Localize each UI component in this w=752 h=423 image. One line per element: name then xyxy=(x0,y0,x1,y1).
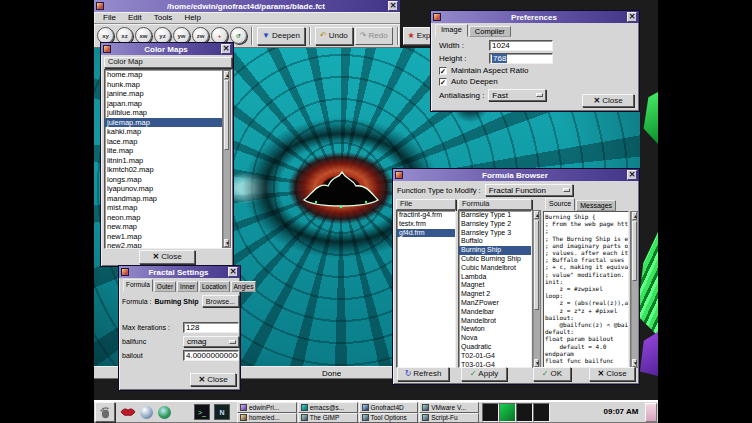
formula-list-item[interactable]: Mandelbrot xyxy=(459,317,531,326)
close-icon[interactable]: ✕ xyxy=(627,170,637,180)
lips-applet[interactable] xyxy=(118,402,138,422)
colormap-list-item[interactable]: neon.map xyxy=(105,213,231,223)
task-button[interactable]: home/ed... xyxy=(237,413,297,423)
settings-titlebar[interactable]: Fractal Settings ✕ xyxy=(119,266,240,278)
formula-list-item[interactable]: Mandelbar xyxy=(459,308,531,317)
settings-tab[interactable]: Angles xyxy=(231,281,257,292)
colormap-list-item[interactable]: juliblue.map xyxy=(105,108,231,118)
menu-item[interactable]: File xyxy=(98,12,121,23)
deepen-button[interactable]: ▼ Deepen xyxy=(257,27,305,45)
task-button[interactable]: Script-Fu xyxy=(419,413,479,423)
close-button[interactable]: ✕ Close xyxy=(589,367,635,381)
ok-button[interactable]: ✓ OK xyxy=(533,367,571,381)
close-button[interactable]: ✕ Close xyxy=(139,250,195,264)
task-button[interactable]: emacs@s... xyxy=(298,402,358,413)
window-menu-icon[interactable] xyxy=(121,268,129,276)
scrollbar-thumb[interactable] xyxy=(534,220,539,310)
formula-list-item[interactable]: Newton xyxy=(459,325,531,334)
maintain-aspect-checkbox[interactable]: ✓ xyxy=(439,67,447,75)
gnome-menu-button[interactable] xyxy=(95,402,115,422)
colormap-list-item[interactable]: mist.map xyxy=(105,203,231,213)
source-tab[interactable]: Messages xyxy=(576,200,616,211)
preferences-tab[interactable]: Image xyxy=(435,24,468,37)
colormap-list-item[interactable]: japan.map xyxy=(105,99,231,109)
colormap-list-item[interactable]: kahki.map xyxy=(105,127,231,137)
formula-list-item[interactable]: Quadratic xyxy=(459,343,531,352)
panel-hide-button[interactable] xyxy=(645,403,657,422)
settings-tab[interactable]: Location xyxy=(199,281,230,292)
globe-icon[interactable] xyxy=(154,402,174,422)
formula-list-item[interactable]: ManZPower xyxy=(459,299,531,308)
file-list-item[interactable]: fractint-g4.frm xyxy=(397,211,455,220)
close-icon[interactable]: ✕ xyxy=(221,44,231,54)
settings-tab[interactable]: Inner xyxy=(177,281,198,292)
task-button[interactable]: edwinPri... xyxy=(237,402,297,413)
formula-list-item[interactable]: Cubic Mandelbrot xyxy=(459,264,531,273)
settings-tab[interactable]: Formula xyxy=(123,279,153,292)
formula-browser-titlebar[interactable]: Formula Browser ✕ xyxy=(393,169,639,181)
colormap-list-item[interactable]: new.map xyxy=(105,222,231,232)
formula-list-item[interactable]: Barnsley Type 3 xyxy=(459,229,531,238)
scrollbar-thumb[interactable] xyxy=(632,221,637,281)
formula-list-item[interactable]: Cubic Burning Ship xyxy=(459,255,531,264)
refresh-button[interactable]: ↻ Refresh xyxy=(397,367,449,381)
max-iterations-field[interactable]: 128 xyxy=(183,322,239,333)
task-button[interactable]: Tool Options xyxy=(359,413,419,423)
formula-scrollbar[interactable]: ▲ ▼ xyxy=(532,210,541,368)
close-icon[interactable]: ✕ xyxy=(228,267,238,277)
colormap-list-item[interactable]: lyapunov.map xyxy=(105,184,231,194)
undo-button[interactable]: ↶ Undo xyxy=(315,27,353,45)
main-window-titlebar[interactable]: /home/edwin/gnofract4d/params/blade.fct … xyxy=(94,0,400,12)
colormap-list-item[interactable]: lite.map xyxy=(105,146,231,156)
scroll-down-icon[interactable]: ▼ xyxy=(224,239,229,247)
file-list-item[interactable]: gf4d.frm xyxy=(397,229,455,238)
file-column-header[interactable]: File xyxy=(396,199,456,210)
antialias-dropdown[interactable]: Fast xyxy=(488,89,546,101)
preferences-titlebar[interactable]: Preferences ✕ xyxy=(431,11,639,23)
menu-item[interactable]: Tools xyxy=(149,12,178,23)
pager-cell-active[interactable] xyxy=(499,403,516,422)
colormap-list-item[interactable]: lace.map xyxy=(105,137,231,147)
colormap-list-item[interactable]: lkmtch02.map xyxy=(105,165,231,175)
formula-column-header[interactable]: Formula xyxy=(458,199,532,210)
menu-item[interactable]: Edit xyxy=(123,12,147,23)
window-menu-icon[interactable] xyxy=(96,2,104,10)
colormap-list-item[interactable]: new1.map xyxy=(105,232,231,242)
task-button[interactable]: The GIMP xyxy=(298,413,358,423)
scroll-up-icon[interactable]: ▲ xyxy=(224,71,229,79)
close-icon[interactable]: ✕ xyxy=(388,1,398,11)
formula-list-item[interactable]: Magnet 2 xyxy=(459,290,531,299)
auto-deepen-checkbox[interactable]: ✓ xyxy=(439,78,447,86)
redo-button[interactable]: ↷ Redo xyxy=(355,27,393,45)
menu-item[interactable]: Help xyxy=(179,12,205,23)
formula-list-item[interactable]: Buffalo xyxy=(459,237,531,246)
window-menu-icon[interactable] xyxy=(433,13,441,21)
formula-list-item[interactable]: Lambda xyxy=(459,273,531,282)
browse-button[interactable]: Browse... xyxy=(202,295,239,307)
window-menu-icon[interactable] xyxy=(395,171,403,179)
formula-list-item[interactable]: Barnsley Type 1 xyxy=(459,211,531,220)
window-menu-icon[interactable] xyxy=(103,45,111,53)
colormap-list-item[interactable]: janine.map xyxy=(105,89,231,99)
colormap-list-item[interactable]: hunk.map xyxy=(105,80,231,90)
pager-cell[interactable] xyxy=(533,403,550,422)
scroll-down-icon[interactable]: ▼ xyxy=(632,359,637,367)
height-field[interactable]: 768 xyxy=(489,53,553,64)
preferences-tab[interactable]: Compiler xyxy=(469,26,511,37)
scroll-up-icon[interactable]: ▲ xyxy=(632,212,637,220)
scrollbar-thumb[interactable] xyxy=(224,80,229,150)
terminal-icon[interactable]: >_ xyxy=(194,404,210,420)
source-tab[interactable]: Source xyxy=(545,198,575,211)
colormap-list-item[interactable]: litnin1.map xyxy=(105,156,231,166)
scroll-up-icon[interactable]: ▲ xyxy=(534,211,539,219)
formula-list-item[interactable]: Magnet xyxy=(459,281,531,290)
file-list-item[interactable]: testx.frm xyxy=(397,220,455,229)
colormap-list-item[interactable]: longs.map xyxy=(105,175,231,185)
pager-cell[interactable] xyxy=(482,403,499,422)
source-code-pane[interactable]: Burning Ship { ; From the web page http:… xyxy=(543,211,629,368)
formula-list-item[interactable]: T02-01-G4 xyxy=(459,352,531,361)
netscape-icon[interactable]: N xyxy=(214,404,230,420)
apply-button[interactable]: ✓ Apply xyxy=(461,367,507,381)
colormap-scrollbar[interactable]: ▲ ▼ xyxy=(222,70,231,248)
pager-cell[interactable] xyxy=(516,403,533,422)
